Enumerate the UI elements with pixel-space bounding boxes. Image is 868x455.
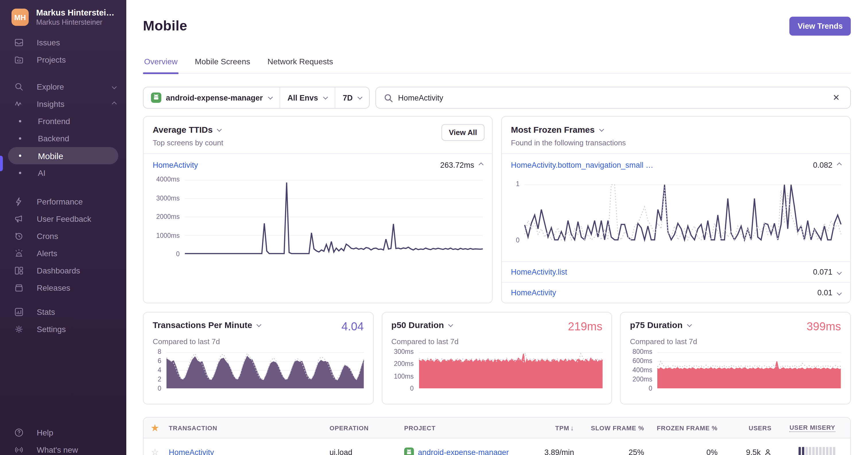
p75-chart: 800ms600ms400ms200ms0	[630, 351, 841, 388]
sidebar-item-alerts[interactable]: Alerts	[0, 245, 126, 262]
chevron-down-icon	[268, 95, 273, 100]
y-axis: 4000ms3000ms2000ms1000ms0	[153, 179, 185, 254]
column-header-project[interactable]: PROJECT	[402, 424, 511, 431]
tpm-value: 4.04	[341, 320, 364, 333]
avatar: MH	[11, 9, 29, 26]
bullet-icon	[19, 120, 21, 122]
chevron-down-icon	[448, 322, 453, 327]
page-title: Mobile	[143, 18, 187, 34]
column-header-frozen-frame[interactable]: FROZEN FRAME %	[646, 424, 720, 431]
search-input[interactable]: HomeActivity ✕	[376, 87, 851, 109]
transaction-link[interactable]: HomeActivity	[169, 448, 214, 455]
sidebar-item-user-feedback[interactable]: User Feedback	[0, 210, 126, 227]
clear-search-icon[interactable]: ✕	[830, 91, 842, 104]
p50-title-selector[interactable]: p50 Duration	[391, 320, 453, 330]
p75-title-selector[interactable]: p75 Duration	[630, 320, 691, 330]
project-link[interactable]: android-expense-manager	[402, 447, 511, 455]
sidebar-item-mobile[interactable]: Mobile	[8, 147, 118, 164]
frozen-value: 0.01	[817, 288, 832, 297]
dashboard-icon	[14, 265, 24, 276]
active-item-indicator	[0, 156, 3, 171]
sidebar-item-label: Insights	[37, 99, 65, 109]
sidebar-item-insights[interactable]: Insights	[0, 95, 126, 113]
star-icon[interactable]: ★	[151, 423, 159, 433]
column-header-user-misery[interactable]: USER MISERY	[789, 424, 835, 432]
sidebar-item-dashboards[interactable]: Dashboards	[0, 262, 126, 279]
chevron-up-icon[interactable]	[837, 163, 842, 168]
chevron-up-icon[interactable]	[479, 163, 484, 168]
environment-selector[interactable]: All Envs	[280, 87, 335, 108]
chevron-down-icon[interactable]	[837, 290, 842, 295]
average-ttids-title-selector[interactable]: Average TTIDs	[153, 125, 483, 135]
page-filters: android-expense-manager All Envs 7D	[143, 87, 370, 109]
main-content: Mobile View Trends Overview Mobile Scree…	[126, 0, 868, 455]
bullet-icon	[19, 154, 21, 157]
frozen-transaction-row[interactable]: HomeActivity.bottom_navigation_small … 0…	[502, 154, 850, 176]
chevron-down-icon[interactable]	[837, 270, 842, 275]
sidebar-item-label: Help	[37, 428, 53, 437]
search-icon	[384, 93, 393, 102]
date-range-selector[interactable]: 7D	[335, 87, 369, 108]
clock-icon	[14, 231, 24, 241]
sidebar-item-backend[interactable]: Backend	[0, 130, 126, 147]
card-subtitle: Compared to last 7d	[630, 337, 841, 346]
user-menu[interactable]: MH Markus Hintersteiner Markus Hinterste…	[11, 8, 117, 26]
transaction-link[interactable]: HomeActivity	[153, 161, 198, 169]
transactions-table: ★ TRANSACTION OPERATION PROJECT TPM↓ SLO…	[143, 417, 851, 455]
sidebar-item-issues[interactable]: Issues	[0, 34, 126, 51]
sidebar-item-help[interactable]: Help	[0, 424, 126, 441]
sidebar-item-settings[interactable]: Settings	[0, 320, 126, 338]
transaction-link[interactable]: HomeActivity.bottom_navigation_small …	[511, 161, 653, 169]
y-axis: 10	[511, 184, 525, 240]
frozen-transaction-row[interactable]: HomeActivity 0.01	[502, 282, 850, 303]
issues-icon	[14, 37, 24, 48]
table-row[interactable]: ☆ HomeActivity ui.load android-expense-m…	[144, 438, 850, 455]
sidebar-item-crons[interactable]: Crons	[0, 227, 126, 245]
sidebar-item-ai[interactable]: AI	[0, 164, 126, 181]
sidebar-item-stats[interactable]: Stats	[0, 303, 126, 320]
app-window: MH Markus Hintersteiner Markus Hinterste…	[0, 0, 868, 455]
project-selector[interactable]: android-expense-manager	[144, 87, 280, 108]
frozen-frames-title-selector[interactable]: Most Frozen Frames	[511, 125, 841, 135]
chevron-down-icon	[599, 127, 604, 132]
card-title: Transactions Per Minute	[153, 320, 252, 330]
card-subtitle: Compared to last 7d	[391, 337, 602, 346]
transaction-link[interactable]: HomeActivity	[511, 288, 556, 297]
ttid-transaction-row[interactable]: HomeActivity 263.72ms	[144, 154, 492, 176]
star-outline-icon[interactable]: ☆	[151, 447, 159, 455]
view-all-button[interactable]: View All	[441, 124, 485, 141]
column-header-transaction[interactable]: TRANSACTION	[166, 424, 327, 431]
tab-overview[interactable]: Overview	[143, 53, 179, 73]
ttid-chart: 4000ms3000ms2000ms1000ms0	[144, 179, 492, 254]
sidebar-item-projects[interactable]: Projects	[0, 51, 126, 68]
frozen-value: 0.071	[813, 268, 832, 276]
tab-network-requests[interactable]: Network Requests	[267, 53, 334, 73]
sidebar-item-frontend[interactable]: Frontend	[0, 113, 126, 130]
column-header-slow-frame[interactable]: SLOW FRAME %	[577, 424, 646, 431]
sidebar-item-performance[interactable]: Performance	[0, 193, 126, 210]
sidebar-item-releases[interactable]: Releases	[0, 279, 126, 296]
bullet-icon	[19, 137, 21, 140]
environment-selector-value: All Envs	[288, 93, 318, 102]
sidebar-item-label: Issues	[37, 38, 60, 47]
frozen-transaction-row[interactable]: HomeActivity.list 0.071	[502, 261, 850, 282]
tab-mobile-screens[interactable]: Mobile Screens	[194, 53, 251, 73]
view-trends-button[interactable]: View Trends	[789, 17, 851, 35]
sidebar-item-whats-new[interactable]: What's new	[0, 441, 126, 455]
chevron-down-icon	[358, 95, 363, 100]
sidebar-item-label: AI	[38, 168, 45, 177]
broadcast-icon	[14, 445, 24, 455]
card-subtitle: Top screens by count	[153, 138, 483, 147]
column-header-tpm[interactable]: TPM↓	[511, 424, 577, 432]
users-cell: 9.5k	[720, 448, 774, 455]
help-icon	[14, 427, 24, 438]
megaphone-icon	[14, 214, 24, 224]
column-header-operation[interactable]: OPERATION	[327, 424, 402, 431]
sidebar-item-explore[interactable]: Explore	[0, 78, 126, 95]
p75-area-chart	[658, 351, 841, 388]
transaction-link[interactable]: HomeActivity.list	[511, 268, 567, 276]
sidebar-item-label: User Feedback	[37, 214, 91, 224]
column-header-users[interactable]: USERS	[720, 424, 774, 431]
siren-icon	[14, 248, 24, 258]
tpm-title-selector[interactable]: Transactions Per Minute	[153, 320, 261, 330]
